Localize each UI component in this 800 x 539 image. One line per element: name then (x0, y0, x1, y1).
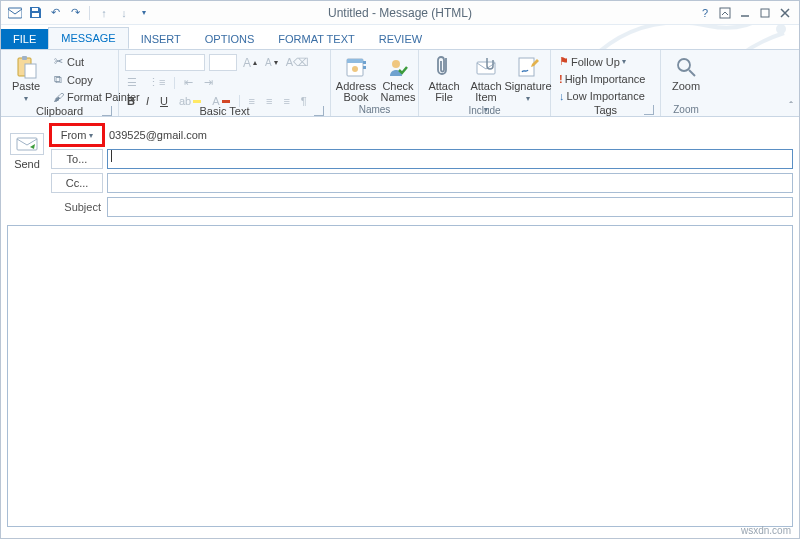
collapse-ribbon-icon[interactable]: ˆ (789, 100, 793, 112)
attach-file-button[interactable]: Attach File (425, 52, 463, 103)
low-importance-icon: ↓ (559, 90, 565, 102)
signature-label: Signature (504, 81, 551, 92)
follow-up-dropdown-icon: ▾ (622, 57, 626, 66)
tab-insert[interactable]: INSERT (129, 29, 193, 49)
svg-point-13 (352, 66, 358, 72)
window-controls: ? (697, 5, 799, 21)
numbering-button[interactable]: ⋮≡ (146, 75, 167, 90)
next-item-icon[interactable]: ↓ (116, 5, 132, 21)
dialog-launcher-icon[interactable] (314, 106, 324, 116)
svg-rect-12 (347, 59, 363, 63)
check-names-icon (387, 54, 409, 80)
follow-up-button[interactable]: ⚑Follow Up▾ (557, 54, 654, 69)
attach-file-icon (435, 54, 453, 80)
bullets-button[interactable]: ☰ (125, 75, 139, 90)
svg-rect-2 (8, 8, 22, 18)
tab-file[interactable]: FILE (1, 29, 48, 49)
svg-rect-10 (25, 64, 36, 78)
group-label-basic-text: Basic Text (125, 104, 324, 117)
svg-rect-15 (363, 66, 366, 69)
paste-button[interactable]: Paste ▾ (7, 52, 45, 104)
undo-icon[interactable]: ↶ (47, 5, 63, 21)
group-tags: ⚑Follow Up▾ !High Importance ↓Low Import… (551, 50, 661, 116)
dialog-launcher-icon[interactable] (644, 105, 654, 115)
svg-rect-3 (32, 8, 38, 11)
decrease-indent-button[interactable]: ⇤ (182, 75, 195, 90)
group-label-tags: Tags (557, 103, 654, 116)
increase-indent-button[interactable]: ⇥ (202, 75, 215, 90)
check-names-label: Check Names (381, 81, 416, 103)
font-size-select[interactable] (209, 54, 237, 71)
zoom-label: Zoom (672, 81, 700, 92)
font-name-select[interactable] (125, 54, 205, 71)
send-label: Send (14, 158, 40, 170)
help-icon[interactable]: ? (697, 5, 713, 21)
cut-icon: ✂ (51, 55, 65, 68)
format-painter-icon: 🖌 (51, 91, 65, 103)
from-value: 039525@gmail.com (107, 129, 207, 141)
zoom-button[interactable]: Zoom (667, 52, 705, 92)
save-icon[interactable] (27, 5, 43, 21)
copy-icon: ⧉ (51, 73, 65, 86)
attach-file-label: Attach File (428, 81, 459, 103)
tab-review[interactable]: REVIEW (367, 29, 434, 49)
address-book-label: Address Book (336, 81, 376, 103)
attach-item-label: Attach Item (470, 81, 501, 103)
address-book-icon (345, 54, 367, 80)
watermark: wsxdn.com (741, 525, 791, 536)
ribbon: Paste ▾ ✂Cut ⧉Copy 🖌Format Painter Clipb… (1, 49, 799, 117)
minimize-icon[interactable] (737, 5, 753, 21)
tab-format-text[interactable]: FORMAT TEXT (266, 29, 366, 49)
group-zoom: Zoom Zoom (661, 50, 711, 116)
to-button[interactable]: To... (51, 149, 103, 169)
maximize-icon[interactable] (757, 5, 773, 21)
group-label-names: Names (337, 103, 412, 116)
cc-input[interactable] (107, 173, 793, 193)
field-values: 039525@gmail.com (107, 125, 793, 217)
ribbon-display-icon[interactable] (717, 5, 733, 21)
address-book-button[interactable]: Address Book (337, 52, 375, 103)
group-clipboard: Paste ▾ ✂Cut ⧉Copy 🖌Format Painter Clipb… (1, 50, 119, 116)
zoom-icon (675, 54, 697, 80)
signature-dropdown-icon: ▾ (526, 93, 530, 104)
group-basic-text: A▴ A▾ A⌫ ☰ ⋮≡ ⇤ ⇥ B I U ab A ≡ ≡ ≡ (119, 50, 331, 116)
close-icon[interactable] (777, 5, 793, 21)
subject-label: Subject (51, 197, 103, 217)
group-label-clipboard: Clipboard (7, 104, 112, 117)
svg-rect-7 (761, 9, 769, 17)
message-body[interactable] (7, 225, 793, 527)
field-buttons: From▾ To... Cc... Subject (51, 125, 103, 217)
tab-options[interactable]: OPTIONS (193, 29, 267, 49)
from-dropdown-icon: ▾ (89, 131, 93, 140)
check-names-button[interactable]: Check Names (379, 52, 417, 103)
shrink-font-button[interactable]: A▾ (263, 56, 280, 69)
grow-font-button[interactable]: A▴ (241, 55, 259, 71)
dialog-launcher-icon[interactable] (102, 106, 112, 116)
ribbon-tabs: FILE MESSAGE INSERT OPTIONS FORMAT TEXT … (1, 25, 799, 49)
send-button[interactable] (10, 133, 44, 155)
low-importance-button[interactable]: ↓Low Importance (557, 89, 654, 103)
svg-rect-9 (22, 56, 27, 60)
paste-icon (15, 54, 37, 80)
redo-icon[interactable]: ↷ (67, 5, 83, 21)
group-names: Address Book Check Names Names (331, 50, 419, 116)
high-importance-button[interactable]: !High Importance (557, 72, 654, 86)
high-importance-icon: ! (559, 73, 563, 85)
tab-message[interactable]: MESSAGE (48, 27, 128, 49)
to-input[interactable] (107, 149, 793, 169)
title-bar: ↶ ↷ ↑ ↓ ▾ Untitled - Message (HTML) ? (1, 1, 799, 25)
clear-formatting-button[interactable]: A⌫ (284, 55, 311, 70)
paste-label: Paste (12, 81, 40, 92)
qat-customize-icon[interactable]: ▾ (136, 5, 152, 21)
signature-button[interactable]: Signature ▾ (509, 52, 547, 104)
previous-item-icon[interactable]: ↑ (96, 5, 112, 21)
subject-input[interactable] (107, 197, 793, 217)
quick-access-toolbar: ↶ ↷ ↑ ↓ ▾ (1, 5, 158, 21)
cc-button[interactable]: Cc... (51, 173, 103, 193)
send-icon (16, 137, 38, 151)
group-label-include: Include (425, 104, 544, 116)
from-button[interactable]: From▾ (51, 125, 103, 145)
svg-point-16 (392, 60, 400, 68)
svg-rect-18 (519, 58, 534, 76)
app-icon (7, 5, 23, 21)
